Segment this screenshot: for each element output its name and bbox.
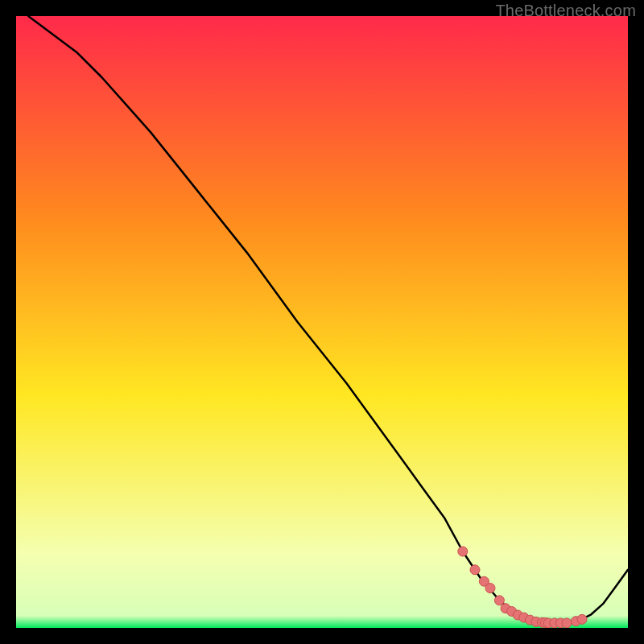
- data-dot: [485, 584, 495, 593]
- gradient-bg: [16, 16, 628, 628]
- data-dot: [494, 596, 504, 605]
- data-dot: [470, 565, 480, 575]
- data-dot: [562, 618, 572, 628]
- data-dot: [458, 547, 468, 556]
- data-dot: [577, 614, 587, 624]
- chart-stage: { "watermark": "TheBottleneck.com", "col…: [0, 0, 644, 644]
- bottleneck-chart: [16, 16, 628, 628]
